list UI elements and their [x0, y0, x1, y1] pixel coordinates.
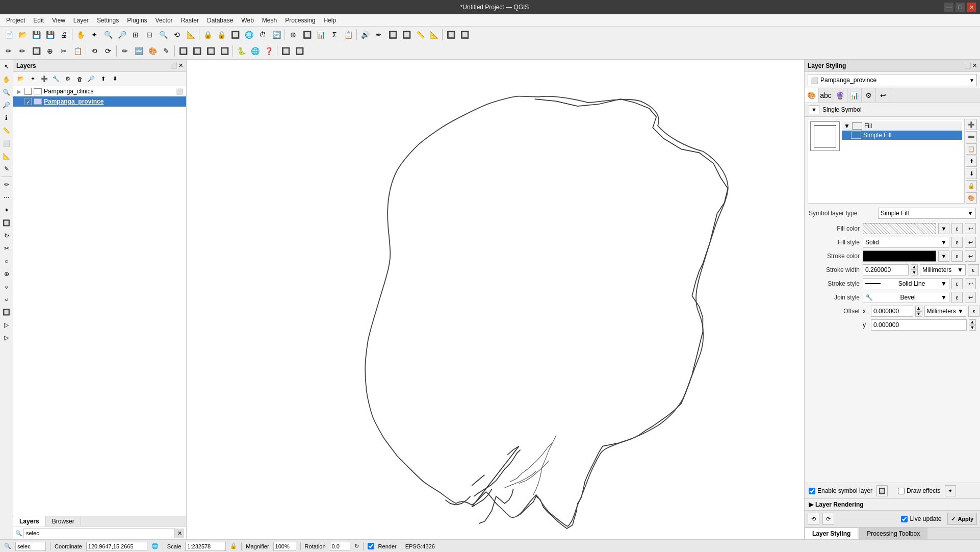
tb-snap[interactable]: ✦: [88, 28, 101, 41]
menu-vector[interactable]: Vector: [151, 16, 177, 25]
stroke-color-arrow[interactable]: ▼: [938, 250, 949, 262]
fill-style-reset[interactable]: ↩: [965, 237, 976, 248]
offset-x-up[interactable]: ▲: [915, 306, 922, 311]
styling-sync-btn[interactable]: ⟳: [822, 513, 834, 525]
scale-input[interactable]: [185, 542, 226, 551]
stroke-width-expr[interactable]: ε: [968, 264, 979, 275]
styling-close[interactable]: ✕: [972, 62, 977, 69]
offset-x-input[interactable]: [871, 306, 913, 317]
tab-processing-toolbox[interactable]: Processing Toolbox: [859, 528, 927, 539]
tb-measure2[interactable]: 📐: [427, 28, 441, 41]
tb2-text[interactable]: 🔤: [132, 44, 145, 58]
layer-province-checkbox[interactable]: ✓: [24, 98, 32, 105]
tb-extra1[interactable]: 🔲: [444, 28, 457, 41]
join-style-reset[interactable]: ↩: [965, 292, 976, 303]
ltb-extra2[interactable]: ▷: [1, 332, 13, 344]
symbol-layer-type-dropdown[interactable]: Simple Fill ▼: [878, 208, 976, 219]
tb2-extra3[interactable]: 🔲: [204, 44, 217, 58]
layers-search-clear[interactable]: ✕: [175, 529, 184, 538]
tb-save[interactable]: 💾: [30, 28, 43, 41]
sym-move-up[interactable]: ⬆: [966, 156, 977, 167]
tb2-redo[interactable]: ⟳: [101, 44, 115, 58]
layers-search-input[interactable]: [23, 528, 175, 538]
ltb-merge[interactable]: ⊕: [1, 268, 13, 280]
menu-processing[interactable]: Processing: [281, 16, 319, 25]
draw-effects-btn[interactable]: ✦: [945, 485, 956, 496]
ltb-angle[interactable]: 📐: [1, 150, 13, 162]
minimize-button[interactable]: —: [944, 3, 953, 12]
tb2-edit2[interactable]: ✏: [16, 44, 29, 58]
tb-zoom-full[interactable]: 🔍: [157, 28, 170, 41]
coordinate-input[interactable]: [86, 542, 147, 551]
styling-tab-metadata[interactable]: ⚙: [862, 88, 876, 103]
tb2-extra6[interactable]: 🔲: [293, 44, 306, 58]
sym-color-lock[interactable]: 🎨: [966, 192, 977, 204]
tb-stat[interactable]: 📊: [314, 28, 327, 41]
menu-settings[interactable]: Settings: [93, 16, 123, 25]
tb-lock2[interactable]: 🔒: [215, 28, 228, 41]
tb-sigma[interactable]: Σ: [328, 28, 341, 41]
stroke-color-picker[interactable]: [863, 250, 936, 262]
tb2-extra4[interactable]: 🔲: [218, 44, 231, 58]
styling-history-btn[interactable]: ⟲: [808, 513, 819, 525]
stroke-width-up[interactable]: ▲: [911, 264, 918, 270]
stroke-width-unit-dropdown[interactable]: Millimeters ▼: [920, 264, 966, 275]
layers-tb-search[interactable]: 🔎: [86, 73, 97, 85]
ltb-edit[interactable]: ✏: [1, 179, 13, 191]
live-update-checkbox[interactable]: [901, 516, 908, 522]
offset-y-input[interactable]: [871, 319, 967, 331]
tb2-extra1[interactable]: 🔲: [176, 44, 190, 58]
tb-digitize[interactable]: 🔲: [228, 28, 242, 41]
layers-tb-down[interactable]: ⬇: [109, 73, 120, 85]
tb-clipboard[interactable]: 📋: [342, 28, 355, 41]
tb2-add[interactable]: ⊕: [43, 44, 57, 58]
ltb-offset-curve[interactable]: ⤾: [1, 293, 13, 306]
tb2-help[interactable]: ❓: [262, 44, 275, 58]
join-style-expr[interactable]: ε: [951, 292, 963, 303]
tb2-annotate[interactable]: ✎: [160, 44, 173, 58]
stroke-style-dropdown[interactable]: Solid Line ▼: [863, 278, 949, 289]
map-canvas[interactable]: [187, 60, 804, 539]
render-checkbox[interactable]: [368, 543, 374, 549]
layers-header-close[interactable]: ✕: [178, 62, 183, 69]
apply-button[interactable]: ✓ Apply: [947, 513, 977, 525]
tb-open[interactable]: 📂: [16, 28, 29, 41]
fill-color-expr[interactable]: ε: [951, 223, 963, 234]
ltb-zoom-out[interactable]: 🔎: [1, 99, 13, 111]
stroke-color-reset[interactable]: ↩: [965, 250, 976, 262]
ltb-annotation[interactable]: ✎: [1, 163, 13, 175]
tb-zoom-minus[interactable]: ⊟: [143, 28, 156, 41]
tb-zoom-sel[interactable]: 📐: [184, 28, 197, 41]
offset-expr[interactable]: ε: [968, 306, 979, 317]
tb2-python[interactable]: 🐍: [235, 44, 248, 58]
symbol-tree-simple-fill-row[interactable]: Simple Fill: [842, 131, 962, 140]
ltb-digitize[interactable]: 🔲: [1, 217, 13, 229]
offset-x-down[interactable]: ▼: [915, 311, 922, 317]
layer-rendering-header[interactable]: ▶ Layer Rendering: [809, 501, 976, 508]
close-button[interactable]: ✕: [967, 3, 976, 12]
sym-add-layer[interactable]: ➕: [966, 119, 977, 130]
symbol-tree-fill-row[interactable]: ▼ Fill: [842, 121, 962, 131]
layers-tb-add[interactable]: ✦: [27, 73, 38, 85]
styling-tab-symbology[interactable]: 🎨: [805, 88, 819, 103]
styling-layer-select[interactable]: ⬜ Pampanga_province ▼: [808, 74, 977, 86]
tb-lock[interactable]: 🔒: [201, 28, 214, 41]
sym-lock[interactable]: 🔒: [966, 180, 977, 191]
ltb-pan[interactable]: ✋: [1, 73, 13, 86]
fill-color-arrow[interactable]: ▼: [938, 223, 949, 234]
tb-add-layer[interactable]: ⊕: [287, 28, 300, 41]
tb2-globe[interactable]: 🌐: [248, 44, 262, 58]
tb-globe[interactable]: 🌐: [242, 28, 255, 41]
enable-symbol-layer-checkbox[interactable]: [809, 488, 815, 494]
ltb-fill-ring[interactable]: ○: [1, 255, 13, 267]
offset-y-up[interactable]: ▲: [969, 319, 976, 325]
magnifier-input[interactable]: [273, 542, 296, 551]
ltb-rotate[interactable]: ↻: [1, 230, 13, 242]
status-search-input[interactable]: [15, 542, 46, 551]
rotation-input[interactable]: [330, 542, 350, 551]
ltb-measure-area[interactable]: ⬜: [1, 137, 13, 149]
ltb-extra1[interactable]: ▷: [1, 319, 13, 331]
ltb-measure[interactable]: 📏: [1, 124, 13, 137]
layers-tb-delete[interactable]: 🗑: [74, 73, 85, 85]
ltb-select[interactable]: ↖: [1, 61, 13, 73]
